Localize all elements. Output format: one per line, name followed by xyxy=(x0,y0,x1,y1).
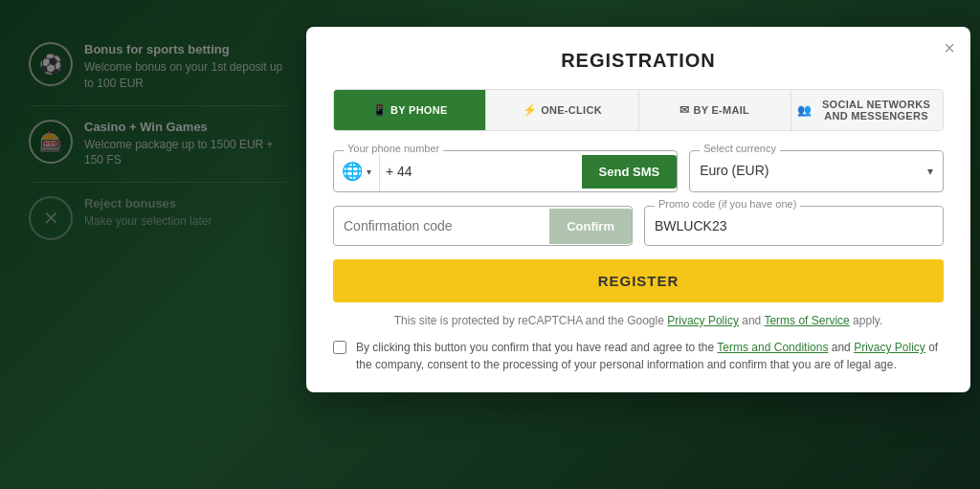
terms-link[interactable]: Terms and Conditions xyxy=(717,341,828,354)
phone-currency-row: Your phone number 🌐 ▾ + 44 Send SMS Sele… xyxy=(333,150,944,192)
tab-by-phone-label: BY PHONE xyxy=(390,104,448,116)
send-sms-button[interactable]: Send SMS xyxy=(582,155,678,189)
phone-label: Your phone number xyxy=(344,143,443,154)
promo-label: Promo code (if you have one) xyxy=(655,198,800,210)
tab-by-email[interactable]: ✉ BY E-MAIL xyxy=(639,90,791,130)
tab-social[interactable]: 👥 SOCIAL NETWORKS AND MESSENGERS xyxy=(791,90,943,130)
flag-select[interactable]: 🌐 ▾ xyxy=(334,151,380,191)
phone-number-group: Your phone number 🌐 ▾ + 44 Send SMS xyxy=(333,150,678,192)
register-button[interactable]: REGISTER xyxy=(333,259,944,302)
phone-input[interactable] xyxy=(418,154,582,189)
flag-icon: 🌐 xyxy=(342,161,363,182)
tab-by-email-label: BY E-MAIL xyxy=(693,104,749,116)
recaptcha-terms-link[interactable]: Terms of Service xyxy=(764,314,849,327)
tab-one-click-label: ONE-CLICK xyxy=(541,104,602,116)
close-button[interactable]: × xyxy=(944,38,955,57)
terms-checkbox-row: By clicking this button you confirm that… xyxy=(333,339,944,373)
recaptcha-text: This site is protected by reCAPTCHA and … xyxy=(394,314,664,327)
one-click-tab-icon: ⚡ xyxy=(523,103,537,117)
promo-input[interactable] xyxy=(645,207,943,245)
recaptcha-privacy-link[interactable]: Privacy Policy xyxy=(667,314,739,327)
currency-select[interactable]: Euro (EUR) USD (USD) GBP (GBP) xyxy=(690,151,943,189)
email-tab-icon: ✉ xyxy=(679,103,689,117)
registration-tabs: 📱 BY PHONE ⚡ ONE-CLICK ✉ BY E-MAIL 👥 SOC… xyxy=(333,89,944,131)
tab-by-phone[interactable]: 📱 BY PHONE xyxy=(334,90,486,130)
currency-group: Select currency Euro (EUR) USD (USD) GBP… xyxy=(689,150,944,192)
registration-modal: × REGISTRATION 📱 BY PHONE ⚡ ONE-CLICK ✉ … xyxy=(306,27,970,392)
confirmation-promo-row: Confirm Promo code (if you have one) xyxy=(333,206,944,246)
recaptcha-apply: apply. xyxy=(853,314,882,327)
phone-prefix: + 44 xyxy=(380,154,418,189)
recaptcha-and: and xyxy=(742,314,761,327)
privacy-link[interactable]: Privacy Policy xyxy=(854,341,925,354)
modal-title: REGISTRATION xyxy=(333,50,944,72)
promo-group: Promo code (if you have one) xyxy=(644,206,944,246)
confirmation-group: Confirm xyxy=(333,206,633,246)
confirm-button[interactable]: Confirm xyxy=(549,209,632,244)
recaptcha-notice: This site is protected by reCAPTCHA and … xyxy=(333,314,944,327)
phone-tab-icon: 📱 xyxy=(372,103,387,117)
currency-label: Select currency xyxy=(700,143,780,154)
tab-social-label: SOCIAL NETWORKS AND MESSENGERS xyxy=(815,99,937,122)
checkbox-text: By clicking this button you confirm that… xyxy=(356,339,944,373)
social-tab-icon: 👥 xyxy=(797,103,812,117)
tab-one-click[interactable]: ⚡ ONE-CLICK xyxy=(486,90,638,130)
terms-checkbox[interactable] xyxy=(333,341,346,354)
confirmation-input[interactable] xyxy=(334,207,549,245)
flag-chevron-icon: ▾ xyxy=(367,167,371,177)
